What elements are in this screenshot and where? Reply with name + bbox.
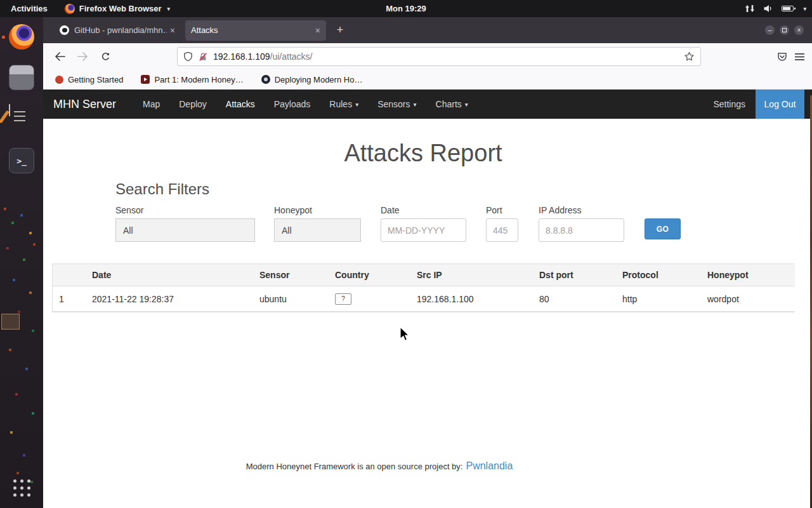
honeypot-select[interactable]: All (274, 218, 361, 242)
chevron-down-icon: ▾ (167, 6, 171, 12)
attacks-table: Date Sensor Country Src IP Dst port Prot… (52, 264, 794, 312)
bookmark-getting-started[interactable]: Getting Started (55, 75, 123, 84)
firefox-window: GitHub - pwnlandia/mhn… Attacks (43, 17, 812, 508)
toolbar-icons (777, 51, 804, 62)
dock-text-editor-icon[interactable] (9, 104, 10, 116)
bookmark-part-1-modern-honey[interactable]: Part 1: Modern Honey… (141, 75, 243, 84)
page-content: MHN Server Map Deploy Attacks Payloads R… (43, 90, 812, 508)
cell-country: ? (329, 286, 410, 312)
pwnlandia-link[interactable]: Pwnlandia (466, 460, 513, 471)
ip-address-input[interactable] (539, 218, 624, 242)
screen: Activities Firefox Web Browser ▾ Mon 19:… (0, 0, 812, 508)
search-filters-heading: Search Filters (115, 180, 209, 198)
close-button[interactable] (794, 25, 804, 35)
tracking-protection-shield-icon[interactable] (183, 51, 193, 62)
reload-button[interactable] (96, 48, 114, 65)
back-button[interactable] (51, 48, 69, 65)
header-country: Country (329, 264, 410, 286)
brand-mhn-server[interactable]: MHN Server (53, 98, 116, 111)
battery-icon (782, 6, 794, 11)
date-label: Date (381, 205, 400, 215)
page-footer: Modern Honeynet Framework is an open sou… (43, 460, 716, 472)
chevron-down-icon (414, 102, 417, 108)
maximize-button[interactable] (780, 25, 789, 35)
go-button[interactable]: GO (645, 218, 681, 239)
chevron-down-icon (465, 102, 468, 108)
footer-text: Modern Honeynet Framework is an open sou… (246, 462, 463, 471)
header-date: Date (86, 264, 253, 286)
date-input[interactable] (381, 218, 466, 242)
cell-src-ip: 192.168.1.100 (410, 286, 533, 312)
nav-item-rules[interactable]: Rules (320, 90, 368, 119)
cell-row-number: 1 (53, 286, 86, 312)
dock-firefox-icon[interactable] (9, 24, 34, 50)
menu-hamburger-icon[interactable] (795, 53, 804, 61)
volume-icon (763, 4, 773, 13)
tab-title: GitHub - pwnlandia/mhn… (74, 25, 167, 35)
header-dst-port: Dst port (533, 264, 616, 286)
pocket-icon[interactable] (777, 51, 787, 62)
port-label: Port (486, 205, 502, 215)
table-row: 1 2021-11-22 19:28:37 ubuntu ? 192.168.1… (53, 286, 794, 312)
dock (0, 17, 43, 508)
activities-button[interactable]: Activities (11, 4, 48, 13)
sensor-select[interactable]: All (115, 218, 255, 242)
getting-started-favicon (55, 76, 63, 84)
insecure-lock-icon[interactable] (199, 52, 207, 62)
nav-item-settings[interactable]: Settings (703, 90, 756, 119)
cell-protocol: http (616, 286, 701, 312)
system-tray[interactable]: ▾ (745, 0, 806, 17)
port-input[interactable] (486, 218, 518, 242)
url-bar[interactable]: 192.168.1.109/ui/attacks/ (177, 47, 701, 66)
firefox-icon (65, 4, 75, 14)
nav-item-attacks[interactable]: Attacks (216, 90, 265, 119)
chevron-down-icon: ▾ (803, 6, 806, 12)
cell-date: 2021-11-22 19:28:37 (86, 286, 253, 312)
window-controls (765, 25, 812, 35)
new-tab-button[interactable] (332, 22, 348, 39)
honeypot-label: Honeypot (274, 205, 312, 215)
clock[interactable]: Mon 19:29 (386, 0, 426, 17)
cell-honeypot: wordpot (701, 286, 795, 312)
site-favicon (261, 75, 270, 84)
bookmark-deploying-modern[interactable]: Deploying Modern Ho… (261, 75, 363, 84)
mhn-nav-right: Settings Log Out (703, 90, 804, 119)
dock-files-icon[interactable] (9, 65, 34, 90)
bookmark-star-icon[interactable] (684, 51, 695, 62)
chevron-down-icon (355, 102, 358, 108)
youtube-favicon (141, 75, 150, 84)
nav-item-payloads[interactable]: Payloads (265, 90, 320, 119)
tab-close-icon[interactable] (315, 26, 320, 35)
dock-terminal-icon[interactable] (9, 148, 34, 173)
bookmarks-bar: Getting Started Part 1: Modern Honey… De… (43, 70, 812, 90)
tab-github[interactable]: GitHub - pwnlandia/mhn… (54, 20, 181, 41)
nav-item-deploy[interactable]: Deploy (169, 90, 216, 119)
mhn-nav-links: Map Deploy Attacks Payloads Rules Sensor… (133, 90, 478, 119)
forward-button[interactable] (74, 48, 91, 65)
header-row-number (53, 264, 86, 286)
sensor-label: Sensor (115, 205, 143, 215)
url-text: 192.168.1.109/ui/attacks/ (213, 51, 312, 62)
minimize-button[interactable] (765, 25, 775, 35)
header-honeypot: Honeypot (701, 264, 795, 286)
tab-bar: GitHub - pwnlandia/mhn… Attacks (43, 17, 812, 43)
cell-dst-port: 80 (533, 286, 616, 312)
mhn-navbar: MHN Server Map Deploy Attacks Payloads R… (43, 90, 812, 119)
app-menu-label: Firefox Web Browser (79, 4, 162, 13)
navigation-toolbar: 192.168.1.109/ui/attacks/ (43, 43, 812, 70)
nav-item-map[interactable]: Map (133, 90, 169, 119)
tab-attacks[interactable]: Attacks (185, 20, 326, 41)
nav-item-charts[interactable]: Charts (426, 90, 478, 119)
tab-close-icon[interactable] (170, 26, 175, 35)
wallpaper-lights (4, 208, 6, 210)
table-header-row: Date Sensor Country Src IP Dst port Prot… (53, 264, 794, 286)
ip-address-label: IP Address (539, 205, 581, 215)
network-icon (745, 4, 755, 13)
nav-item-sensors[interactable]: Sensors (368, 90, 426, 119)
app-menu[interactable]: Firefox Web Browser ▾ (65, 4, 170, 14)
cell-sensor: ubuntu (253, 286, 329, 312)
logout-button[interactable]: Log Out (756, 90, 804, 119)
show-applications-button[interactable] (13, 479, 30, 497)
header-protocol: Protocol (616, 264, 701, 286)
header-src-ip: Src IP (410, 264, 533, 286)
